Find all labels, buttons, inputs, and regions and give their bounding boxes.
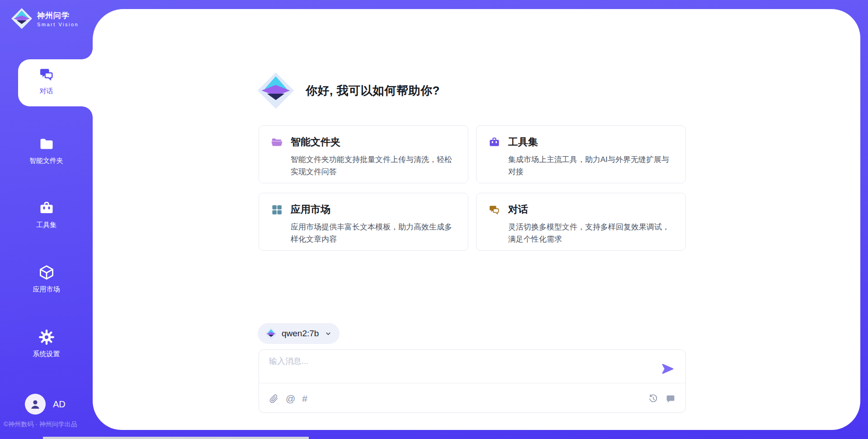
card-title: 对话 xyxy=(508,203,675,216)
diamond-logo-icon xyxy=(257,72,295,110)
attach-file-button[interactable] xyxy=(269,394,279,404)
card-smart-folder[interactable]: 智能文件夹 智能文件夹功能支持批量文件上传与清洗，轻松实现文件问答 xyxy=(259,125,468,183)
app-name: 神州问学 xyxy=(37,10,79,21)
card-chat[interactable]: 对话 灵活切换多模型文件，支持多样回复效果调试，满足个性化需求 xyxy=(476,193,686,251)
briefcase-icon xyxy=(38,200,55,216)
model-name: qwen2:7b xyxy=(282,329,319,339)
card-app-market[interactable]: 应用市场 应用市场提供丰富长文本模板，助力高效生成多样化文章内容 xyxy=(259,193,468,251)
mention-button[interactable]: @ xyxy=(286,394,295,404)
card-description: 灵活切换多模型文件，支持多样回复效果调试，满足个性化需求 xyxy=(508,221,675,245)
folder-open-icon xyxy=(271,136,283,148)
folder-icon xyxy=(38,136,55,152)
sidebar-item-app-market[interactable]: 应用市场 xyxy=(0,264,93,294)
card-title: 智能文件夹 xyxy=(291,135,457,149)
card-description: 集成市场上主流工具，助力AI与外界无缝扩展与对接 xyxy=(508,153,675,178)
diamond-logo-icon xyxy=(265,328,277,340)
copyright-text: ©神州数码 · 神州问学出品 xyxy=(4,420,77,429)
cube-icon xyxy=(38,264,55,281)
sidebar-item-label: 对话 xyxy=(0,87,93,95)
feedback-icon xyxy=(665,394,675,404)
sidebar-item-label: 应用市场 xyxy=(0,285,93,294)
composer-divider xyxy=(259,383,685,383)
avatar xyxy=(25,394,46,415)
sidebar-item-toolset[interactable]: 工具集 xyxy=(0,200,93,229)
user-name: AD xyxy=(53,399,66,410)
card-title: 应用市场 xyxy=(291,203,457,216)
history-button[interactable] xyxy=(648,394,658,404)
horizontal-scrollbar[interactable] xyxy=(43,437,309,439)
history-icon xyxy=(648,394,658,404)
send-button[interactable] xyxy=(661,362,675,376)
app-subtitle: Smart Vision xyxy=(37,22,79,27)
chat-bubbles-icon xyxy=(38,66,55,82)
gear-icon xyxy=(38,329,55,345)
feedback-button[interactable] xyxy=(665,394,675,404)
shortcut-cards: 智能文件夹 智能文件夹功能支持批量文件上传与清洗，轻松实现文件问答 工具集 集成… xyxy=(259,125,686,251)
paperclip-icon xyxy=(269,394,279,404)
active-tab-curve-top xyxy=(82,48,93,59)
sidebar-item-label: 工具集 xyxy=(0,221,93,229)
composer-tools-right xyxy=(648,394,675,404)
model-selector[interactable]: qwen2:7b xyxy=(258,323,340,344)
sidebar-item-chat[interactable]: 对话 xyxy=(0,66,93,95)
message-input[interactable] xyxy=(269,356,653,381)
chevron-down-icon xyxy=(324,329,332,338)
greeting-text: 你好, 我可以如何帮助你? xyxy=(306,83,440,99)
sidebar-item-smart-folder[interactable]: 智能文件夹 xyxy=(0,136,93,165)
app-logo: 神州问学 Smart Vision xyxy=(11,8,79,29)
message-composer: @ # xyxy=(259,349,686,413)
sidebar-item-label: 智能文件夹 xyxy=(0,157,93,165)
send-icon xyxy=(661,362,675,376)
card-description: 智能文件夹功能支持批量文件上传与清洗，轻松实现文件问答 xyxy=(291,153,457,178)
sidebar-item-label: 系统设置 xyxy=(0,350,93,358)
card-toolset[interactable]: 工具集 集成市场上主流工具，助力AI与外界无缝扩展与对接 xyxy=(476,125,686,183)
briefcase-icon xyxy=(488,136,500,148)
grid-icon xyxy=(271,204,283,216)
composer-tools-left: @ # xyxy=(269,394,307,404)
card-title: 工具集 xyxy=(508,135,675,149)
chat-bubbles-icon xyxy=(488,204,500,216)
hash-topic-button[interactable]: # xyxy=(302,394,307,404)
active-tab-curve-bottom xyxy=(82,106,93,117)
sidebar-item-settings[interactable]: 系统设置 xyxy=(0,329,93,358)
greeting-header: 你好, 我可以如何帮助你? xyxy=(257,72,440,110)
diamond-logo-icon xyxy=(11,8,33,29)
card-description: 应用市场提供丰富长文本模板，助力高效生成多样化文章内容 xyxy=(291,221,457,245)
person-icon xyxy=(29,398,42,410)
user-profile[interactable]: AD xyxy=(25,394,66,415)
